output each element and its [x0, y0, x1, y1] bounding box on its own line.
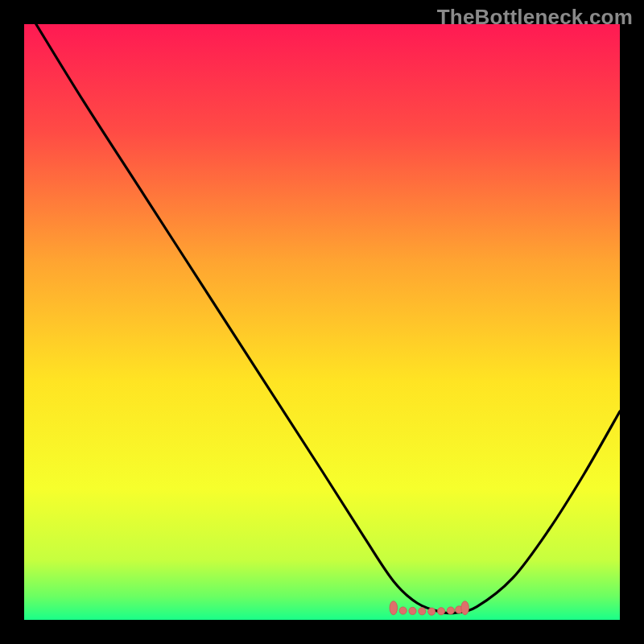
optimal-endpoint	[390, 601, 398, 615]
watermark-text: TheBottleneck.com	[437, 5, 633, 30]
chart-svg	[24, 24, 620, 620]
optimal-dot	[409, 607, 416, 614]
optimal-dot	[428, 608, 436, 615]
optimal-dot	[437, 608, 444, 615]
gradient-background	[24, 24, 620, 620]
optimal-dot	[419, 608, 426, 615]
optimal-dot	[447, 607, 454, 614]
optimal-dot	[399, 607, 407, 614]
optimal-endpoint	[461, 601, 469, 615]
chart-frame	[24, 24, 620, 620]
